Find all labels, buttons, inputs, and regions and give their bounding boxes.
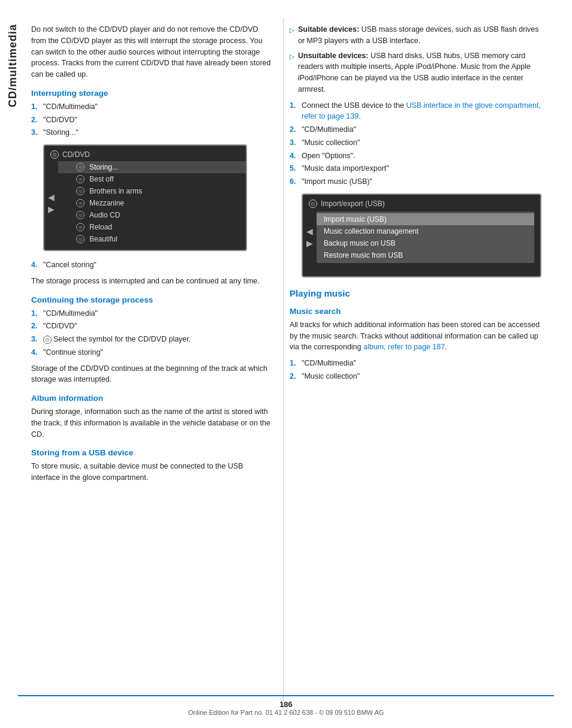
menu-item-reload: ⊙ Reload xyxy=(58,221,246,233)
cd-dvd-menu-title: ⊙ CD/DVD xyxy=(44,149,246,161)
conn-step-num-3: 3. xyxy=(290,137,302,149)
music-search-text: All tracks for which additional informat… xyxy=(290,319,547,353)
step-text-2: "CD/DVD" xyxy=(43,114,77,126)
menu-item-storing: ⊙ Storing... xyxy=(58,161,246,173)
music-search-text-2: . xyxy=(445,343,447,351)
mezzanine-icon: ⊙ xyxy=(76,199,85,207)
bullet-arrow-suitable: ▷ xyxy=(290,25,294,47)
step-3: 3."Storing..." xyxy=(31,127,271,138)
cont-step-2: 2."CD/DVD" xyxy=(31,321,271,332)
footer-text: Online Edition for Part no. 01 41 2 602 … xyxy=(188,709,384,716)
interrupting-storage-heading: Interrupting storage xyxy=(31,89,271,98)
continuing-text: Storage of the CD/DVD continues at the b… xyxy=(31,363,271,386)
cont-step-text-3: ⊙Select the symbol for the CD/DVD player… xyxy=(43,334,191,345)
menu-items-container: ⊙ Storing... ⊙ Best off ⊙ Brothers in ar… xyxy=(58,161,246,245)
continuing-steps-list: 1."CD/Multimedia" 2."CD/DVD" 3. ⊙Select … xyxy=(31,308,271,358)
step-num-1: 1. xyxy=(31,101,43,113)
step-num-4: 4. xyxy=(31,259,43,271)
menu-item-brothers: ⊙ Brothers in arms xyxy=(58,185,246,197)
music-collection-mgmt-item: Music collection management xyxy=(317,225,534,237)
cont-step-num-3: 3. xyxy=(31,334,43,345)
vertical-label: CD/multimedia xyxy=(7,24,19,107)
menu-item-bestoff: ⊙ Best off xyxy=(58,173,246,185)
conn-step-num-1: 1. xyxy=(290,100,302,123)
cd-dvd-menu: ⊙ CD/DVD ◀ ▶ ⊙ Storing... ⊙ xyxy=(43,144,247,251)
cont-step-num-2: 2. xyxy=(31,321,43,332)
conn-step-text-4: Open "Options". xyxy=(302,150,355,162)
conn-step-text-1: Connect the USB device to the USB interf… xyxy=(302,100,547,123)
album-refer-link[interactable]: album, refer to page 187 xyxy=(363,343,445,351)
step-text-1: "CD/Multimedia" xyxy=(43,101,98,113)
storing-usb-text: To store music, a suitable device must b… xyxy=(31,461,271,484)
ms-step-text-1: "CD/Multimedia" xyxy=(302,358,356,369)
step-num-2: 2. xyxy=(31,114,43,126)
cd-dvd-title-text: CD/DVD xyxy=(62,150,90,159)
cont-step-num-4: 4. xyxy=(31,347,43,358)
music-search-steps-list: 1. "CD/Multimedia" 2. "Music collection" xyxy=(290,358,547,382)
music-search-heading: Music search xyxy=(290,307,547,316)
interrupting-steps-list: 1."CD/Multimedia" 2."CD/DVD" 3."Storing.… xyxy=(31,101,271,138)
album-info-heading: Album information xyxy=(31,394,271,403)
storing-usb-heading: Storing from a USB device xyxy=(31,448,271,457)
playing-music-heading: Playing music xyxy=(290,288,547,298)
import-submenu: Import music (USB) Music collection mana… xyxy=(317,212,534,263)
unsuitable-devices-item: ▷ Unsuitable devices: USB hard disks, US… xyxy=(290,50,547,95)
backup-music-usb-item: Backup music on USB xyxy=(317,237,534,249)
step-text-4: "Cancel storing" xyxy=(43,259,97,271)
import-export-menu: ⊙ Import/export (USB) ◀ ▶ Import music (… xyxy=(302,194,541,277)
step-1: 1."CD/Multimedia" xyxy=(31,101,271,113)
album-info-text: During storage, information such as the … xyxy=(31,406,271,440)
conn-step-1: 1. Connect the USB device to the USB int… xyxy=(290,100,547,123)
conn-step-6: 6. "Import music (USB)" xyxy=(290,176,547,188)
step-text-3: "Storing..." xyxy=(43,127,79,138)
right-column: ▷ Suitable devices: USB mass storage dev… xyxy=(283,18,559,710)
import-music-usb-item: Import music (USB) xyxy=(317,213,534,225)
cont-step-1: 1."CD/Multimedia" xyxy=(31,308,271,319)
step-4: 4."Cancel storing" xyxy=(31,259,271,271)
continuing-heading: Continuing the storage process xyxy=(31,295,271,304)
step-2: 2."CD/DVD" xyxy=(31,114,271,126)
cd-dvd-menu-wrapper: ⊙ CD/DVD ◀ ▶ ⊙ Storing... ⊙ xyxy=(31,144,271,251)
menu-item-mezzanine: ⊙ Mezzanine xyxy=(58,197,246,209)
page-number: 186 xyxy=(279,700,293,709)
usb-interface-link[interactable]: USB interface in the glove compartment, … xyxy=(302,101,541,121)
page-footer: 186 Online Edition for Part no. 01 41 2 … xyxy=(18,695,554,716)
suitable-devices-text: Suitable devices: USB mass storage devic… xyxy=(298,24,547,47)
step4-list: 4."Cancel storing" xyxy=(31,259,271,271)
cd-dvd-icon: ⊙ xyxy=(50,150,59,159)
cont-step-3: 3. ⊙Select the symbol for the CD/DVD pla… xyxy=(31,334,271,345)
cont-step-num-1: 1. xyxy=(31,308,43,319)
brothers-icon: ⊙ xyxy=(76,187,85,195)
import-nav-arrows: ◀ ▶ xyxy=(303,210,317,264)
conn-step-num-5: 5. xyxy=(290,163,302,174)
ms-step-1: 1. "CD/Multimedia" xyxy=(290,358,547,369)
conn-step-2: 2. "CD/Multimedia" xyxy=(290,124,547,135)
conn-step-num-4: 4. xyxy=(290,150,302,162)
import-menu-icon: ⊙ xyxy=(309,200,317,208)
devices-list: ▷ Suitable devices: USB mass storage dev… xyxy=(290,24,547,95)
conn-step-num-6: 6. xyxy=(290,176,302,188)
vertical-label-container: CD/multimedia xyxy=(0,18,25,710)
ms-step-num-2: 2. xyxy=(290,371,302,382)
conn-step-num-2: 2. xyxy=(290,124,302,135)
conn-step-text-6: "Import music (USB)" xyxy=(302,176,372,188)
conn-step-5: 5. "Music data import/export" xyxy=(290,163,547,174)
conn-step-text-3: "Music collection" xyxy=(302,137,360,149)
audiocd-icon: ⊙ xyxy=(76,211,85,219)
step-num-3: 3. xyxy=(31,127,43,138)
reload-icon: ⊙ xyxy=(76,223,85,231)
cont-step-text-4: "Continue storing" xyxy=(43,347,103,358)
cont-step-text-2: "CD/DVD" xyxy=(43,321,77,332)
import-menu-title: ⊙ Import/export (USB) xyxy=(303,198,540,210)
menu-content: ◀ ▶ ⊙ Storing... ⊙ Best off ⊙ xyxy=(44,161,246,245)
storing-icon: ⊙ xyxy=(76,163,85,171)
unsuitable-label: Unsuitable devices: xyxy=(298,52,368,60)
conn-step-text-2: "CD/Multimedia" xyxy=(302,124,356,135)
ms-step-2: 2. "Music collection" xyxy=(290,371,547,382)
menu-item-audiocd: ⊙ Audio CD xyxy=(58,209,246,221)
storage-interrupted-text: The storage process is interrupted and c… xyxy=(31,276,271,287)
unsuitable-devices-text: Unsuitable devices: USB hard disks, USB … xyxy=(298,50,547,95)
bullet-arrow-unsuitable: ▷ xyxy=(290,52,294,95)
conn-step-4: 4. Open "Options". xyxy=(290,150,547,162)
beautiful-icon: ⊙ xyxy=(76,235,85,243)
